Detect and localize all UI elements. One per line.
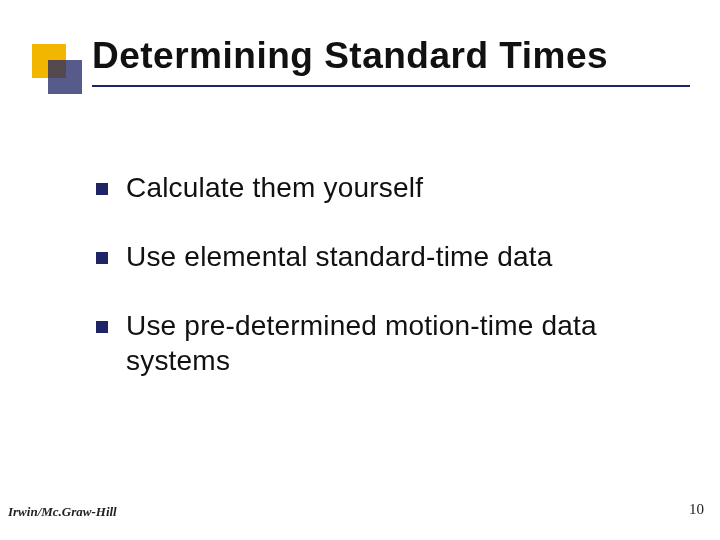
page-number: 10 bbox=[689, 501, 704, 518]
square-bullet-icon bbox=[96, 252, 108, 264]
footer-publisher: Irwin/Mc.Graw-Hill bbox=[8, 504, 117, 520]
square-bullet-icon bbox=[96, 321, 108, 333]
list-item: Calculate them yourself bbox=[96, 170, 660, 205]
body-area: Calculate them yourself Use elemental st… bbox=[96, 170, 660, 412]
square-bullet-icon bbox=[96, 183, 108, 195]
list-item: Use pre-determined motion-time data syst… bbox=[96, 308, 660, 378]
title-underline bbox=[92, 85, 690, 87]
list-item: Use elemental standard-time data bbox=[96, 239, 660, 274]
bullet-text: Calculate them yourself bbox=[126, 170, 423, 205]
bullet-text: Use pre-determined motion-time data syst… bbox=[126, 308, 660, 378]
title-area: Determining Standard Times bbox=[92, 35, 690, 87]
slide: Determining Standard Times Calculate the… bbox=[0, 0, 720, 540]
slide-title: Determining Standard Times bbox=[92, 35, 690, 77]
accent-square-navy bbox=[48, 60, 82, 94]
bullet-text: Use elemental standard-time data bbox=[126, 239, 553, 274]
